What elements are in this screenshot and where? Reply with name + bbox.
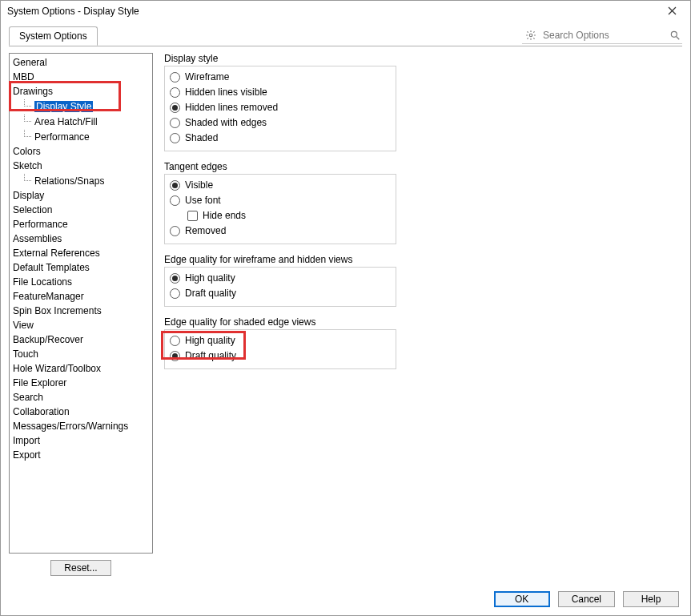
tree-item-label: Import xyxy=(13,435,40,446)
tree-item[interactable]: Hole Wizard/Toolbox xyxy=(10,361,152,376)
tree-item-label: General xyxy=(13,57,47,68)
tree-item[interactable]: Display Style xyxy=(10,99,152,114)
tree-item[interactable]: Export xyxy=(10,448,152,462)
tree-item-label: Display xyxy=(13,190,44,201)
tree-item[interactable]: File Explorer xyxy=(10,376,152,390)
radio-icon xyxy=(170,273,180,284)
radio-icon xyxy=(170,87,180,98)
tree-item-label: Export xyxy=(13,449,41,461)
group-wireframe-quality: Edge quality for wireframe and hidden vi… xyxy=(164,254,682,307)
tree-item[interactable]: Colors xyxy=(10,144,152,159)
option-label: Hidden lines removed xyxy=(185,101,278,115)
settings-panel: Display style WireframeHidden lines visi… xyxy=(153,46,682,582)
search-icon xyxy=(669,30,681,41)
option-label: Removed xyxy=(185,224,226,238)
tree-item[interactable]: Backup/Recover xyxy=(10,332,152,347)
reset-button[interactable]: Reset... xyxy=(50,560,110,576)
tree-item[interactable]: External References xyxy=(10,246,152,260)
tree-item[interactable]: File Locations xyxy=(10,275,152,289)
checkbox-option[interactable]: Hide ends xyxy=(170,208,391,223)
tree-item[interactable]: Spin Box Increments xyxy=(10,304,152,318)
tree-item-label: Sketch xyxy=(13,160,42,171)
tree-item-label: Selection xyxy=(13,204,52,215)
ok-button[interactable]: OK xyxy=(494,591,550,607)
tree-item-label: Performance xyxy=(13,219,68,230)
radio-option[interactable]: Shaded with edges xyxy=(170,115,391,131)
tree-item[interactable]: View xyxy=(10,318,152,332)
tree-item[interactable]: Sketch xyxy=(10,159,152,173)
tree-item[interactable]: Relations/Snaps xyxy=(10,173,152,188)
tree-item[interactable]: Selection xyxy=(10,203,152,217)
tree-item-label: Collaboration xyxy=(13,406,70,417)
close-button[interactable] xyxy=(660,5,684,18)
tree-item[interactable]: FeatureManager xyxy=(10,289,152,304)
group-tangent-edges: Tangent edges VisibleUse fontHide endsRe… xyxy=(164,161,682,244)
svg-line-4 xyxy=(677,36,680,39)
ok-label: OK xyxy=(515,594,528,605)
tree-item[interactable]: Collaboration xyxy=(10,405,152,419)
radio-option[interactable]: Hidden lines visible xyxy=(170,85,391,100)
radio-icon xyxy=(170,72,180,83)
tree-item[interactable]: Import xyxy=(10,433,152,448)
tree-item-label: Assemblies xyxy=(13,233,62,244)
tree-item[interactable]: Performance xyxy=(10,217,152,232)
tree-item-label: Colors xyxy=(13,146,41,157)
category-tree[interactable]: GeneralMBDDrawingsDisplay StyleArea Hatc… xyxy=(9,53,153,554)
radio-option[interactable]: Visible xyxy=(170,178,391,193)
tree-item[interactable]: Area Hatch/Fill xyxy=(10,114,152,129)
tree-item-label: Drawings xyxy=(13,86,53,97)
radio-option[interactable]: Hidden lines removed xyxy=(170,100,391,115)
tree-item[interactable]: Search xyxy=(10,390,152,405)
tree-item-label: Hole Wizard/Toolbox xyxy=(13,363,101,374)
tree-item-label: Messages/Errors/Warnings xyxy=(13,421,128,432)
group-box: High qualityDraft quality xyxy=(164,329,396,369)
radio-option[interactable]: Shaded xyxy=(170,131,391,146)
radio-option[interactable]: Wireframe xyxy=(170,70,391,85)
search-box[interactable] xyxy=(522,26,682,44)
cancel-button[interactable]: Cancel xyxy=(558,591,615,607)
svg-point-3 xyxy=(671,31,677,37)
tree-item[interactable]: Touch xyxy=(10,347,152,361)
group-display-style: Display style WireframeHidden lines visi… xyxy=(164,53,682,151)
tree-item[interactable]: MBD xyxy=(10,70,152,84)
dialog-footer: OK Cancel Help xyxy=(1,582,690,615)
top-row: System Options xyxy=(1,22,690,46)
radio-icon xyxy=(170,226,180,236)
cancel-label: Cancel xyxy=(572,594,601,605)
radio-option[interactable]: High quality xyxy=(170,271,391,286)
radio-option[interactable]: High quality xyxy=(170,333,391,348)
tree-item[interactable]: Default Templates xyxy=(10,260,152,275)
tree-item[interactable]: Messages/Errors/Warnings xyxy=(10,419,152,433)
gear-icon xyxy=(525,30,536,41)
option-label: Draft quality xyxy=(185,287,236,300)
radio-option[interactable]: Draft quality xyxy=(170,348,391,364)
tree-item[interactable]: Display xyxy=(10,188,152,203)
group-box: WireframeHidden lines visibleHidden line… xyxy=(164,66,396,151)
radio-icon xyxy=(170,103,180,113)
tree-item-label: MBD xyxy=(13,71,34,83)
radio-option[interactable]: Draft quality xyxy=(170,286,391,301)
help-button[interactable]: Help xyxy=(623,591,679,607)
tab-system-options[interactable]: System Options xyxy=(9,26,98,46)
radio-icon xyxy=(170,288,180,299)
tree-item-label: Default Templates xyxy=(13,262,90,273)
tree-item-label: External References xyxy=(13,248,100,259)
sidebar-wrap: GeneralMBDDrawingsDisplay StyleArea Hatc… xyxy=(9,46,153,582)
checkbox-icon xyxy=(187,211,198,221)
option-label: Visible xyxy=(185,179,213,192)
tree-item-label: Spin Box Increments xyxy=(13,305,102,316)
group-title: Display style xyxy=(164,53,682,64)
radio-option[interactable]: Removed xyxy=(170,223,391,239)
option-label: Shaded with edges xyxy=(185,116,267,130)
group-title: Tangent edges xyxy=(164,161,682,172)
group-box: VisibleUse fontHide endsRemoved xyxy=(164,174,396,244)
radio-icon xyxy=(170,336,180,346)
search-input[interactable] xyxy=(541,29,665,42)
tree-item[interactable]: Drawings xyxy=(10,84,152,99)
title-bar: System Options - Display Style xyxy=(1,1,690,22)
radio-option[interactable]: Use font xyxy=(170,193,391,208)
group-box: High qualityDraft quality xyxy=(164,267,396,307)
tree-item[interactable]: Assemblies xyxy=(10,232,152,246)
tree-item[interactable]: Performance xyxy=(10,129,152,144)
tree-item[interactable]: General xyxy=(10,55,152,70)
